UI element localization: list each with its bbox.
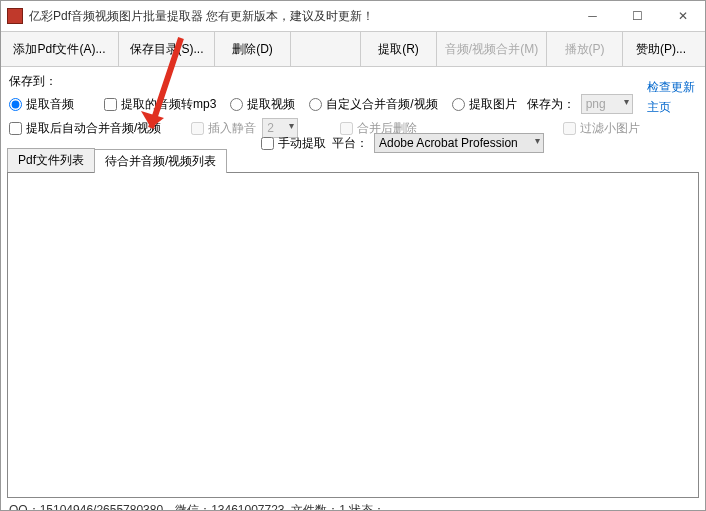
homepage-link[interactable]: 主页 [647,97,695,117]
minimize-button[interactable]: ─ [570,2,615,30]
sponsor-button[interactable]: 赞助(P)... [623,32,699,66]
status-text: QQ：15104946/2655780380，微信：13461007723. 文… [9,503,385,511]
checkbox-insert-silence-input[interactable] [191,122,204,135]
options-row-1: 提取音频 提取的音频转mp3 提取视频 自定义合并音频/视频 提取图片 保存为：… [9,94,697,114]
checkbox-insert-silence[interactable]: 插入静音 [191,120,256,137]
checkbox-auto-merge[interactable]: 提取后自动合并音频/视频 [9,120,161,137]
toolbar-spacer [291,32,361,66]
radio-extract-audio-input[interactable] [9,98,22,111]
radio-extract-video[interactable]: 提取视频 [230,96,295,113]
app-icon [7,8,23,24]
merge-list-box[interactable] [7,172,699,498]
radio-custom-merge-input[interactable] [309,98,322,111]
merge-av-button[interactable]: 音频/视频合并(M) [437,32,547,66]
add-pdf-button[interactable]: 添加Pdf文件(A)... [1,32,119,66]
save-to-label: 保存到： [9,73,57,90]
status-bar: QQ：15104946/2655780380，微信：13461007723. 文… [1,498,705,511]
checkbox-filter-small[interactable]: 过滤小图片 [563,120,640,137]
radio-extract-image-input[interactable] [452,98,465,111]
close-button[interactable]: ✕ [660,2,705,30]
tab-merge-list[interactable]: 待合并音频/视频列表 [94,149,227,173]
radio-custom-merge[interactable]: 自定义合并音频/视频 [309,96,437,113]
window-title: 亿彩Pdf音频视频图片批量提取器 您有更新版本，建议及时更新！ [29,8,374,25]
check-update-link[interactable]: 检查更新 [647,77,695,97]
play-button[interactable]: 播放(P) [547,32,623,66]
maximize-button[interactable]: ☐ [615,2,660,30]
checkbox-filter-small-input[interactable] [563,122,576,135]
checkbox-mp3-input[interactable] [104,98,117,111]
radio-extract-audio[interactable]: 提取音频 [9,96,74,113]
tab-file-list[interactable]: Pdf文件列表 [7,148,95,172]
window-controls: ─ ☐ ✕ [570,2,705,30]
tabs: Pdf文件列表 待合并音频/视频列表 [7,148,705,172]
title-bar: 亿彩Pdf音频视频图片批量提取器 您有更新版本，建议及时更新！ ─ ☐ ✕ [1,1,705,31]
save-as-label: 保存为： [527,96,575,113]
radio-extract-video-input[interactable] [230,98,243,111]
delete-button[interactable]: 删除(D) [215,32,291,66]
save-as-select[interactable]: png [581,94,633,114]
radio-extract-image[interactable]: 提取图片 [452,96,517,113]
links-panel: 检查更新 主页 [647,77,695,117]
save-dir-button[interactable]: 保存目录(S)... [119,32,215,66]
checkbox-auto-merge-input[interactable] [9,122,22,135]
checkbox-mp3[interactable]: 提取的音频转mp3 [104,96,216,113]
extract-button[interactable]: 提取(R) [361,32,437,66]
main-toolbar: 添加Pdf文件(A)... 保存目录(S)... 删除(D) 提取(R) 音频/… [1,31,705,67]
